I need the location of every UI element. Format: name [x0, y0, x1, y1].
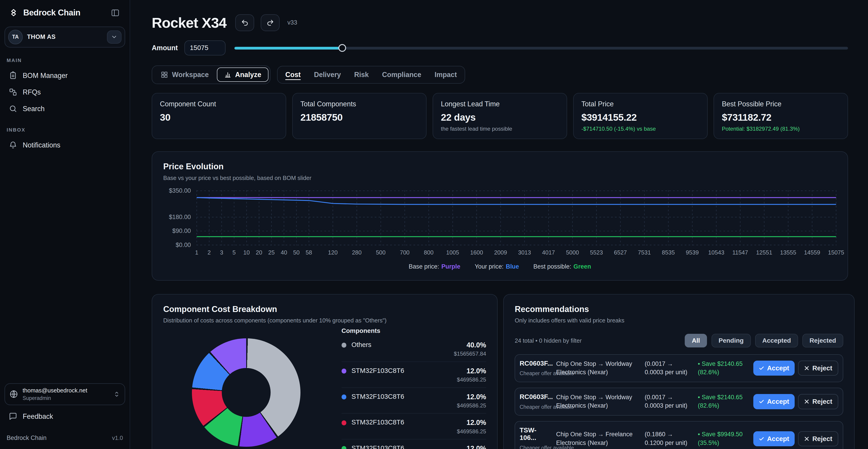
sidebar-item-feedback[interactable]: Feedback — [4, 407, 125, 425]
tabs-row: Workspace Analyze Cost Delivery Risk Com… — [152, 65, 848, 84]
amount-row: Amount — [152, 40, 848, 55]
y-axis-labels: $0.00$90.00$180.00$350.00 — [163, 190, 192, 246]
workflow-icon — [9, 88, 17, 96]
stat-subtext: Potential: $3182972.49 (81.3%) — [722, 126, 840, 132]
unit-price-change: (0.0017 → 0.0003 per unit) — [645, 360, 693, 377]
sidebar-item-label: Notifications — [23, 141, 60, 149]
list-item: STM32F103C8T6 12.0%$469586.25 — [342, 414, 486, 440]
sidebar-item-label: Search — [23, 105, 45, 113]
component-name: STM32F103C8T6 — [351, 393, 404, 400]
tab-delivery[interactable]: Delivery — [308, 68, 347, 81]
filter-pending[interactable]: Pending — [712, 334, 751, 348]
list-item: STM32F103C8T6 12.0%$469586.25 — [342, 388, 486, 414]
supplier-route: Chip One Stop → Worldway Electronics (Ne… — [556, 360, 641, 377]
sidebar-item-bom-manager[interactable]: BOM Manager — [4, 67, 125, 84]
chevron-down-icon[interactable] — [107, 30, 121, 44]
donut-chart[interactable] — [192, 338, 301, 447]
check-icon — [759, 365, 764, 371]
stat-label: Total Components — [301, 100, 418, 108]
sidebar-item-rfqs[interactable]: RFQs — [4, 84, 125, 100]
user-email: thomas@usebedrock.net — [23, 387, 87, 394]
donut-column — [163, 325, 329, 449]
stat-value: $731182.72 — [722, 112, 840, 123]
legend-item-base: Base price:Purple — [409, 263, 460, 270]
component-pct: 12.0% — [457, 393, 486, 401]
redo-button[interactable] — [261, 14, 280, 31]
filter-rejected[interactable]: Rejected — [802, 334, 843, 348]
section-label-main: MAIN — [7, 58, 123, 63]
sidebar-item-label: RFQs — [23, 88, 41, 96]
accept-button[interactable]: Accept — [753, 361, 795, 376]
recommendations-card: Recommendations Only includes offers wit… — [503, 294, 855, 449]
amount-input[interactable] — [184, 40, 225, 55]
list-item: STM32F103C8T6 12.0%$469586.25 — [342, 440, 486, 449]
feedback-label: Feedback — [23, 412, 53, 420]
component-name: Others — [351, 341, 371, 349]
sidebar-item-notifications[interactable]: Notifications — [4, 137, 125, 153]
tab-risk[interactable]: Risk — [348, 68, 375, 81]
savings: • Save $2140.65 (82.6%) — [698, 393, 749, 410]
legend-dot — [342, 343, 347, 348]
brand-row: Bedrock Chain — [5, 5, 124, 20]
brand-name: Bedrock Chain — [23, 8, 81, 18]
component-amount: $469586.25 — [457, 377, 486, 383]
slider-track — [235, 47, 848, 50]
line-chart[interactable]: $0.00$90.00$180.00$350.00 12351020254050… — [163, 190, 837, 258]
stat-card-best-price: Best Possible Price $731182.72 Potential… — [714, 93, 848, 139]
stat-value: 22 days — [441, 112, 559, 123]
accept-button[interactable]: Accept — [753, 394, 795, 409]
reject-button[interactable]: Reject — [798, 431, 838, 446]
card-title: Component Cost Breakdown — [163, 304, 486, 314]
part-number: TSW-106... — [520, 426, 552, 442]
check-icon — [759, 436, 764, 442]
card-title: Recommendations — [515, 304, 843, 314]
card-subtitle: Base vs your price vs best possible, bas… — [163, 175, 837, 181]
slider-thumb[interactable] — [338, 44, 346, 52]
offer-note: Cheaper offer available — [520, 445, 552, 449]
legend-item-your: Your price:Blue — [475, 263, 519, 270]
tab-workspace[interactable]: Workspace — [154, 67, 216, 82]
cost-breakdown-card: Component Cost Breakdown Distribution of… — [152, 294, 498, 449]
user-account-selector[interactable]: thomas@usebedrock.net Superadmin — [4, 383, 125, 405]
recommendation-row: TSW-106... Cheaper offer available Chip … — [515, 421, 843, 449]
message-icon — [9, 412, 17, 421]
brand-logo-icon — [9, 8, 18, 17]
stats-row: Component Count 30 Total Components 2185… — [152, 93, 848, 139]
footer-version: v1.0 — [112, 435, 123, 441]
footer-brand: Bedrock Chain — [7, 435, 46, 442]
clipboard-icon — [9, 71, 17, 80]
sidebar-collapse-icon[interactable] — [111, 8, 121, 18]
chart-plot-area — [196, 190, 837, 246]
component-pct: 12.0% — [457, 367, 486, 375]
team-selector[interactable]: TA THOM AS — [4, 27, 125, 48]
section-label-inbox: INBOX — [7, 127, 123, 133]
x-icon — [804, 365, 809, 371]
sidebar: Bedrock Chain TA THOM AS MAIN BOM Manage… — [0, 0, 130, 449]
sidebar-item-search[interactable]: Search — [4, 100, 125, 117]
price-evolution-card: Price Evolution Base vs your price vs be… — [152, 151, 848, 280]
filter-all[interactable]: All — [685, 334, 707, 348]
card-subtitle: Distribution of costs across components … — [163, 317, 486, 324]
card-subtitle: Only includes offers with valid price br… — [515, 317, 843, 324]
legend-dot — [342, 446, 347, 449]
reject-button[interactable]: Reject — [798, 394, 838, 409]
filter-accepted[interactable]: Accepted — [755, 334, 798, 348]
undo-button[interactable] — [235, 14, 254, 31]
component-pct: 12.0% — [457, 445, 486, 449]
bell-icon — [9, 141, 17, 149]
chevrons-up-down-icon — [113, 391, 120, 398]
avatar: TA — [8, 30, 23, 44]
reject-button[interactable]: Reject — [798, 361, 838, 376]
stat-label: Total Price — [581, 100, 700, 108]
stat-label: Component Count — [160, 100, 278, 108]
amount-slider[interactable] — [235, 43, 848, 52]
tab-analyze[interactable]: Analyze — [217, 67, 268, 82]
stat-card-total-components: Total Components 21858750 — [292, 93, 427, 139]
tab-cost[interactable]: Cost — [279, 68, 307, 81]
accept-button[interactable]: Accept — [753, 431, 795, 446]
x-icon — [804, 436, 809, 442]
grid-icon — [161, 71, 168, 79]
tab-impact[interactable]: Impact — [429, 68, 463, 81]
check-icon — [759, 399, 764, 404]
tab-compliance[interactable]: Compliance — [376, 68, 427, 81]
